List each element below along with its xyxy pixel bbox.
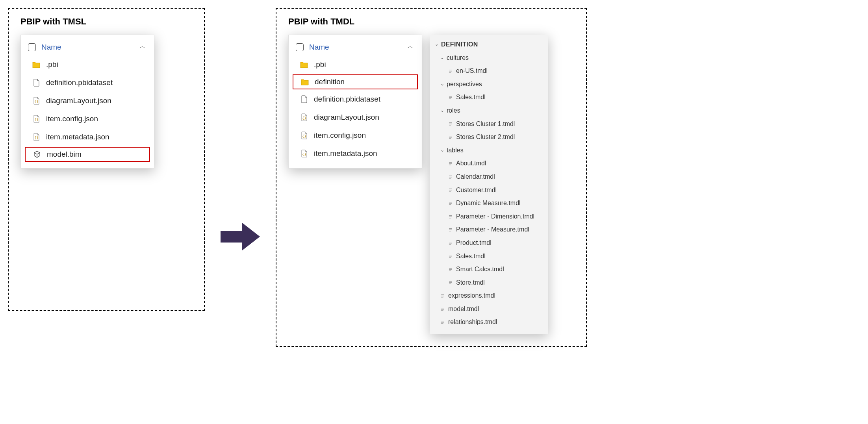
file-lines-icon <box>447 227 454 232</box>
file-lines-icon <box>447 253 454 259</box>
tree-file-label: relationships.tmdl <box>448 317 497 327</box>
file-row[interactable]: item.metadata.json <box>21 128 154 146</box>
file-lines-icon <box>447 267 454 272</box>
tree-file[interactable]: Sales.tmdl <box>430 250 548 263</box>
panel-tmsl: PBIP with TMSL Name ︿ .pbidefinition.pbi… <box>8 8 205 311</box>
tree-file[interactable]: Calendar.tmdl <box>430 170 548 183</box>
arrow-container <box>221 8 260 347</box>
tree-file[interactable]: Stores Cluster 2.tmdl <box>430 130 548 144</box>
tree-file-label: Calendar.tmdl <box>456 172 495 182</box>
file-label: item.config.json <box>314 131 366 140</box>
tree-file-label: Parameter - Measure.tmdl <box>456 224 529 235</box>
file-lines-icon <box>447 187 454 193</box>
file-lines-icon <box>447 240 454 246</box>
file-lines-icon <box>447 68 454 74</box>
select-all-checkbox[interactable] <box>296 43 304 51</box>
file-row[interactable]: item.config.json <box>289 126 422 144</box>
file-row[interactable]: item.metadata.json <box>289 144 422 163</box>
tree-file[interactable]: expressions.tmdl <box>430 289 548 302</box>
file-lines-icon <box>440 293 446 298</box>
tree-file-label: Customer.tmdl <box>456 185 497 195</box>
tree-folder[interactable]: ⌄roles <box>430 104 548 117</box>
chevron-down-icon: ⌄ <box>440 54 445 61</box>
sort-caret-icon[interactable]: ︿ <box>140 43 145 50</box>
file-label: item.config.json <box>46 115 98 123</box>
file-lines-icon <box>447 280 454 285</box>
tree-root[interactable]: ⌄ DEFINITION <box>430 38 548 51</box>
tree-file[interactable]: Store.tmdl <box>430 276 548 289</box>
tree-file-label: Parameter - Dimension.tmdl <box>456 211 534 222</box>
json-icon <box>32 133 41 141</box>
tree-file[interactable]: Dynamic Measure.tmdl <box>430 196 548 210</box>
file-lines-icon <box>440 319 446 325</box>
chevron-down-icon: ⌄ <box>440 146 445 154</box>
file-row[interactable]: definition.pbidataset <box>289 90 422 108</box>
json-icon <box>300 113 308 122</box>
tree-file[interactable]: Stores Cluster 1.tmdl <box>430 117 548 131</box>
file-lines-icon <box>447 174 454 180</box>
tree-folder[interactable]: ⌄perspectives <box>430 78 548 91</box>
tree-folder[interactable]: ⌄cultures <box>430 51 548 65</box>
file-label: definition <box>315 78 345 86</box>
tree-file-label: Smart Calcs.tmdl <box>456 264 504 274</box>
tree-file[interactable]: Smart Calcs.tmdl <box>430 263 548 276</box>
file-row[interactable]: .pbi <box>21 56 154 74</box>
file-label: definition.pbidataset <box>314 95 380 104</box>
tree-file[interactable]: en-US.tmdl <box>430 64 548 78</box>
chevron-down-icon: ⌄ <box>434 41 440 48</box>
chevron-down-icon: ⌄ <box>440 80 445 88</box>
select-all-checkbox[interactable] <box>28 43 36 51</box>
tree-folder[interactable]: ⌄tables <box>430 144 548 157</box>
arrow-right-icon <box>221 223 260 250</box>
tree-file[interactable]: Customer.tmdl <box>430 183 548 197</box>
column-header-name[interactable]: Name <box>41 43 61 52</box>
file-lines-icon <box>447 94 454 100</box>
json-icon <box>32 96 41 105</box>
definition-tree: ⌄ DEFINITION ⌄culturesen-US.tmdl⌄perspec… <box>430 35 548 334</box>
diagram-layout: PBIP with TMSL Name ︿ .pbidefinition.pbi… <box>8 8 860 347</box>
file-list-header: Name ︿ <box>289 41 422 56</box>
tree-file[interactable]: About.tmdl <box>430 157 548 170</box>
file-row[interactable]: model.bim <box>25 147 150 162</box>
file-label: item.metadata.json <box>314 149 377 158</box>
file-row[interactable]: .pbi <box>289 56 422 74</box>
panel-tmdl: PBIP with TMDL Name ︿ .pbidefinitiondefi… <box>276 8 587 347</box>
tree-file[interactable]: Product.tmdl <box>430 236 548 250</box>
folder-icon <box>32 60 41 69</box>
tree-file-label: Stores Cluster 1.tmdl <box>456 119 515 129</box>
file-label: diagramLayout.json <box>314 113 379 122</box>
file-row[interactable]: diagramLayout.json <box>21 92 154 110</box>
file-lines-icon <box>447 214 454 219</box>
file-label: diagramLayout.json <box>46 96 111 105</box>
tree-file[interactable]: Parameter - Dimension.tmdl <box>430 210 548 223</box>
json-icon <box>300 131 308 140</box>
tree-file[interactable]: Parameter - Measure.tmdl <box>430 223 548 236</box>
chevron-down-icon: ⌄ <box>440 107 445 114</box>
sort-caret-icon[interactable]: ︿ <box>408 43 413 50</box>
file-label: model.bim <box>47 150 82 159</box>
file-row[interactable]: definition.pbidataset <box>21 74 154 92</box>
tree-file[interactable]: relationships.tmdl <box>430 315 548 329</box>
file-lines-icon <box>447 134 454 140</box>
file-lines-icon <box>447 121 454 126</box>
tree-folder-label: cultures <box>447 53 469 63</box>
folder-icon <box>300 78 309 86</box>
file-row[interactable]: definition <box>293 74 418 89</box>
column-header-name[interactable]: Name <box>309 43 329 52</box>
file-lines-icon <box>440 306 446 312</box>
file-list-tmdl: Name ︿ .pbidefinitiondefinition.pbidatas… <box>288 35 422 168</box>
file-row[interactable]: diagramLayout.json <box>289 108 422 126</box>
doc-icon <box>32 78 41 87</box>
tree-file-label: Store.tmdl <box>456 278 485 288</box>
file-label: .pbi <box>314 60 326 69</box>
json-icon <box>32 115 41 123</box>
tree-file-label: en-US.tmdl <box>456 66 488 76</box>
file-label: definition.pbidataset <box>46 78 113 87</box>
tree-folder-label: perspectives <box>447 79 482 89</box>
panel-title-tmsl: PBIP with TMSL <box>20 17 192 27</box>
tree-file[interactable]: Sales.tmdl <box>430 91 548 104</box>
tree-file-label: model.tmdl <box>448 304 479 314</box>
tree-file[interactable]: model.tmdl <box>430 302 548 316</box>
tree-file-label: Product.tmdl <box>456 238 491 248</box>
file-row[interactable]: item.config.json <box>21 110 154 128</box>
